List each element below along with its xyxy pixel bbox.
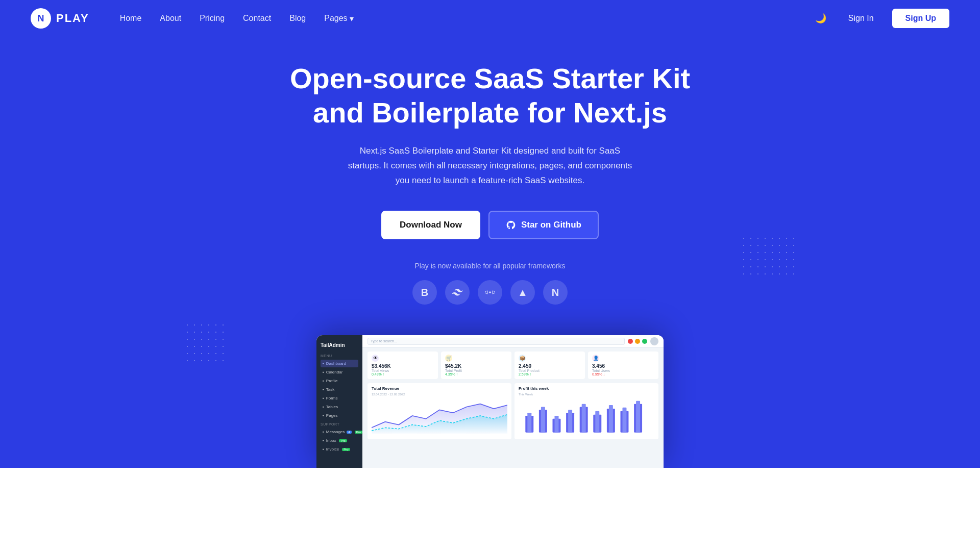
mini-chart-profit-sub: This Week [519,393,654,396]
mini-stat-product: 📦 2.450 Total Product 2.59% ↑ [514,352,585,379]
nav-pricing[interactable]: Pricing [200,14,225,23]
mini-nav-forms[interactable]: ▪Forms [321,394,358,402]
nav-blog[interactable]: Blog [289,14,306,23]
framework-react [478,280,502,305]
logo-text: PLAY [56,12,89,25]
mini-nav-inbox[interactable]: ▪Inbox Pro [321,437,358,444]
mini-avatar [650,337,658,345]
nav-home[interactable]: Home [120,14,142,23]
mini-stat-views: 👁 $3.456K Total views 0.43% ↑ [368,352,438,379]
github-icon [506,220,516,230]
nav-pages[interactable]: Pages ▾ [324,14,353,23]
mini-stat-change-users: 0.95% ↓ [592,372,654,376]
mini-badge-pro-inbox: Pro [339,439,347,442]
mini-stat-profit: 🛒 $45.2K Total Profit 4.35% ↑ [441,352,511,379]
mini-badge-messages: 4 [347,431,351,434]
nav-links: Home About Pricing Contact Blog Pages ▾ [120,14,812,23]
mini-chart-revenue-title: Total Revenue [372,386,507,391]
mini-nav-invoice[interactable]: ▪Invoice Pro [321,445,358,453]
frameworks-text: Play is now available for all popular fr… [415,262,566,270]
svg-rect-3 [541,407,545,433]
mini-main-content: Type to search... 👁 $3.456K Total views [362,335,664,468]
hero-buttons: Download Now Star on Github [381,211,599,239]
mini-badge-pro-msg: Pro [355,431,362,434]
mini-menu-label: MENU [321,354,358,358]
mini-nav-tables[interactable]: ▪Tables [321,403,358,411]
svg-rect-11 [595,411,599,433]
mini-stat-icon-product: 📦 [519,355,526,362]
svg-rect-5 [554,416,558,433]
mini-icon-notifications [628,339,633,344]
mini-stat-icon-profit: 🛒 [445,355,452,362]
mini-chart-profit-title: Profit this week [519,386,654,391]
chevron-down-icon: ▾ [350,14,354,23]
mini-icon-user [642,339,647,344]
mini-nav-profile[interactable]: ▪Profile [321,377,358,385]
mini-stat-icon-users: 👤 [592,355,599,362]
signup-button[interactable]: Sign Up [892,9,949,28]
mini-nav-task[interactable]: ▪Task [321,386,358,393]
white-section [0,468,980,529]
frameworks-list: B ▲ N [412,280,568,305]
nav-about[interactable]: About [160,14,181,23]
mini-stat-change-profit: 4.35% ↑ [445,372,507,376]
signin-button[interactable]: Sign In [840,10,882,27]
dots-pattern-right [740,235,796,276]
hero-subtitle: Next.js SaaS Boilerplate and Starter Kit… [342,144,638,188]
hero-title: Open-source SaaS Starter Kit and Boilerp… [286,61,694,130]
dark-mode-toggle[interactable]: 🌙 [812,9,830,28]
mini-stat-change-views: 0.43% ↑ [372,372,434,376]
svg-rect-15 [622,408,626,433]
framework-nextjs: N [543,280,568,305]
mini-nav-calendar[interactable]: ▪Calendar [321,368,358,376]
svg-rect-17 [636,401,640,433]
nav-right: 🌙 Sign In Sign Up [812,9,949,28]
mini-stat-label-product: Total Product [519,369,581,372]
mini-stat-val-profit: $45.2K [445,363,507,369]
mini-stat-change-product: 2.59% ↑ [519,372,581,376]
svg-rect-13 [609,405,613,433]
mini-search-bar[interactable]: Type to search... [368,338,625,345]
mini-sidebar: TailAdmin MENU ▪Dashboard ▪Calendar ▪Pro… [316,335,362,468]
mini-stat-label-views: Total views [372,369,434,372]
mini-chart-revenue-sub: 12.04.2022 - 12.05.2022 [372,393,507,396]
svg-rect-1 [527,413,531,433]
mini-stat-users: 👤 3.456 Total Users 0.95% ↓ [588,352,658,379]
mini-nav-dashboard[interactable]: ▪Dashboard [321,360,358,367]
framework-tailwind [445,280,470,305]
mini-stat-icon-views: 👁 [372,355,379,362]
profit-chart-svg [519,398,654,434]
svg-rect-7 [568,410,572,432]
svg-rect-9 [582,404,586,433]
mini-stat-val-product: 2.450 [519,363,581,369]
mini-badge-pro-inv: Pro [342,448,350,451]
mini-brand: TailAdmin [321,340,358,350]
mini-nav-messages[interactable]: ▪Messages 4 Pro [321,428,358,436]
mini-support-label: SUPPORT [321,422,358,426]
nav-contact[interactable]: Contact [243,14,271,23]
mini-charts-row: Total Revenue 12.04.2022 - 12.05.2022 [362,383,664,443]
hero-section: Open-source SaaS Starter Kit and Boilerp… [0,0,980,468]
mini-stat-val-users: 3.456 [592,363,654,369]
mini-topbar: Type to search... [362,335,664,347]
mini-stat-label-profit: Total Profit [445,369,507,372]
mini-stats-row: 👁 $3.456K Total views 0.43% ↑ 🛒 $45.2K T… [362,347,664,383]
framework-astro: ▲ [510,280,535,305]
mini-chart-profit: Profit this week This Week [514,383,658,439]
mini-stat-label-users: Total Users [592,369,654,372]
revenue-chart-svg [372,398,507,434]
logo[interactable]: N PLAY [31,8,89,29]
mini-chart-revenue: Total Revenue 12.04.2022 - 12.05.2022 [368,383,511,439]
mini-stat-val-views: $3.456K [372,363,434,369]
dots-pattern-left [184,321,230,362]
mini-topbar-icons [628,339,647,344]
mini-nav-pages[interactable]: ▪Pages [321,412,358,419]
navbar: N PLAY Home About Pricing Contact Blog P… [0,0,980,37]
logo-icon: N [31,8,51,29]
github-button[interactable]: Star on Github [488,211,599,239]
download-button[interactable]: Download Now [381,211,480,239]
mini-icon-settings [635,339,640,344]
framework-bootstrap: B [412,280,437,305]
dashboard-preview: TailAdmin MENU ▪Dashboard ▪Calendar ▪Pro… [316,335,664,468]
